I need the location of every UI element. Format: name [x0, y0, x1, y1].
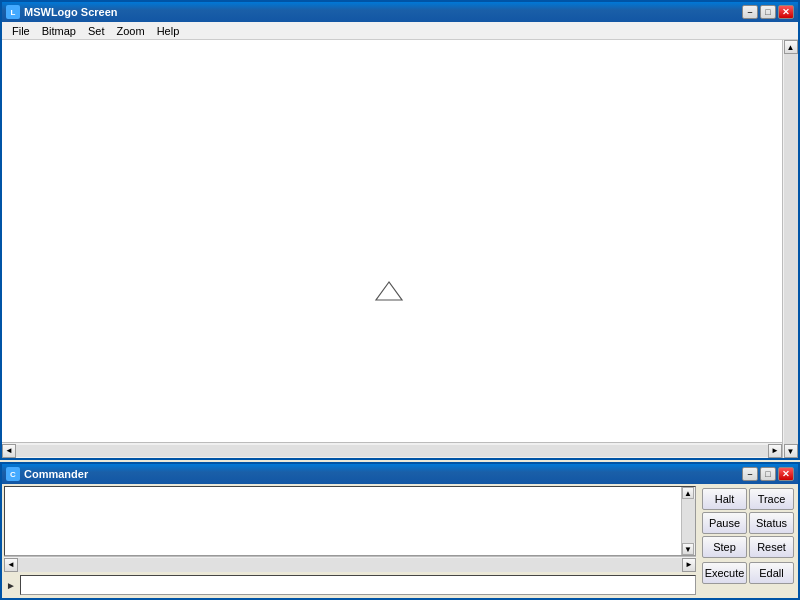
output-scrollbar[interactable]: ▲ ▼	[681, 487, 695, 555]
commander-close-button[interactable]: ✕	[778, 467, 794, 481]
main-scrollbar-horizontal[interactable]: ◄ ►	[2, 442, 782, 458]
commander-minimize-button[interactable]: –	[742, 467, 758, 481]
step-button[interactable]: Step	[702, 536, 747, 558]
main-scrollbar-vertical[interactable]: ▲ ▼	[782, 40, 798, 458]
commander-output-area[interactable]: ▲ ▼	[4, 486, 696, 556]
pause-button[interactable]: Pause	[702, 512, 747, 534]
btn-row-1: Halt Trace	[702, 488, 794, 510]
output-scroll-up[interactable]: ▲	[682, 487, 694, 499]
commander-input-row: ►	[4, 574, 696, 596]
scroll-down-button[interactable]: ▼	[784, 444, 798, 458]
main-minimize-button[interactable]: –	[742, 5, 758, 19]
commander-title-bar: C Commander – □ ✕	[2, 464, 798, 484]
commander-left-panel: ▲ ▼ ◄ ► ►	[2, 484, 698, 598]
canvas-area: ▲ ▼ ◄ ►	[2, 40, 798, 458]
commander-title-label: Commander	[24, 468, 88, 480]
h-scroll-track[interactable]	[18, 558, 682, 572]
commander-window: C Commander – □ ✕ ▲ ▼ ◄ ►	[0, 462, 800, 600]
trace-button[interactable]: Trace	[749, 488, 794, 510]
main-window: L MSWLogo Screen – □ ✕ File Bitmap Set Z…	[0, 0, 800, 460]
commander-controls: – □ ✕	[742, 467, 794, 481]
edall-button[interactable]: Edall	[749, 562, 794, 584]
scroll-left-button[interactable]: ◄	[2, 444, 16, 458]
turtle-shape	[376, 282, 402, 300]
scroll-up-button[interactable]: ▲	[784, 40, 798, 54]
execute-button[interactable]: Execute	[702, 562, 747, 584]
menu-bitmap[interactable]: Bitmap	[36, 23, 82, 39]
commander-input-field[interactable]	[20, 575, 696, 595]
commander-icon: C	[6, 467, 20, 481]
menu-zoom[interactable]: Zoom	[111, 23, 151, 39]
menu-file[interactable]: File	[6, 23, 36, 39]
main-window-title: MSWLogo Screen	[24, 6, 118, 18]
main-close-button[interactable]: ✕	[778, 5, 794, 19]
btn-row-4: Execute Edall	[702, 562, 794, 584]
menu-bar: File Bitmap Set Zoom Help	[2, 22, 798, 40]
menu-set[interactable]: Set	[82, 23, 111, 39]
btn-row-3: Step Reset	[702, 536, 794, 558]
commander-title-left: C Commander	[6, 467, 88, 481]
output-scroll-down[interactable]: ▼	[682, 543, 694, 555]
reset-button[interactable]: Reset	[749, 536, 794, 558]
h-scroll-right[interactable]: ►	[682, 558, 696, 572]
commander-right-panel: Halt Trace Pause Status Step Reset Execu…	[698, 484, 798, 598]
title-bar-left: L MSWLogo Screen	[6, 5, 118, 19]
scroll-right-button[interactable]: ►	[768, 444, 782, 458]
halt-button[interactable]: Halt	[702, 488, 747, 510]
scroll-thumb-vertical[interactable]	[784, 54, 798, 444]
input-arrow-icon: ►	[4, 580, 18, 591]
btn-row-2: Pause Status	[702, 512, 794, 534]
main-title-bar: L MSWLogo Screen – □ ✕	[2, 2, 798, 22]
commander-restore-button[interactable]: □	[760, 467, 776, 481]
main-restore-button[interactable]: □	[760, 5, 776, 19]
output-scroll-track	[682, 499, 695, 543]
turtle-canvas	[2, 40, 798, 458]
app-icon: L	[6, 5, 20, 19]
status-button[interactable]: Status	[749, 512, 794, 534]
h-scroll-left[interactable]: ◄	[4, 558, 18, 572]
main-window-controls: – □ ✕	[742, 5, 794, 19]
scroll-track-horizontal[interactable]	[16, 445, 768, 457]
commander-body: ▲ ▼ ◄ ► ► Halt Trace Pause	[2, 484, 798, 598]
output-horizontal-scroll[interactable]: ◄ ►	[4, 556, 696, 572]
menu-help[interactable]: Help	[151, 23, 186, 39]
